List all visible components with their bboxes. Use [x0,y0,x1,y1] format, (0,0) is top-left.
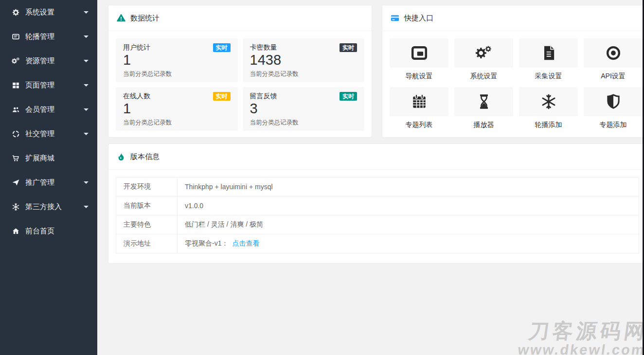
quick-entry-nav-settings[interactable]: 导航设置 [390,38,448,87]
sidebar-item-label: 系统设置 [25,8,54,17]
chevron-down-icon [84,181,89,184]
sidebar-item-frontend[interactable]: 前台首页 [0,219,97,243]
sidebar-item-label: 资源管理 [25,56,54,66]
home-icon [12,227,20,235]
chevron-down-icon [84,60,89,62]
stats-card-header: 数据统计 [108,5,372,31]
window-icon [411,45,428,61]
hourglass-icon [476,93,492,110]
chevron-down-icon [84,206,89,208]
sidebar-item-promotion[interactable]: 推广管理 [0,170,97,195]
sidebar-item-resource[interactable]: 资源管理 [0,49,97,73]
calendar-icon [411,93,428,110]
dot-circle-icon [605,45,622,61]
card-title: 快捷入口 [404,14,433,23]
quick-entry-system-settings[interactable]: 系统设置 [454,38,513,87]
warning-triangle-icon [117,14,125,22]
sidebar-item-label: 社交管理 [25,129,54,139]
stat-box-online: 在线人数 实时 1 当前分类总记录数 [116,87,238,131]
quick-entry-carousel-add[interactable]: 轮播添加 [519,87,578,136]
chevron-down-icon [84,108,89,111]
snowflake-icon [12,203,20,211]
card-title: 数据统计 [130,14,160,23]
status-badge: 实时 [213,92,231,101]
sidebar-item-mall[interactable]: 扩展商城 [0,146,97,170]
chevron-down-icon [84,84,89,87]
version-table: 开发环境 Thinkphp + layuimini + mysql 当前版本 v… [116,177,639,253]
table-row: 主要特色 低门栏 / 灵活 / 清爽 / 极简 [116,215,639,234]
sidebar-item-page[interactable]: 页面管理 [0,73,97,97]
stat-value: 1 [123,101,231,117]
watermark-line2: www.dkewl.com [517,343,644,355]
chevron-down-icon [84,36,89,38]
gears-icon [476,45,492,61]
stat-box-feedback: 留言反馈 实时 3 当前分类总记录数 [243,87,365,131]
gears-icon [12,57,20,65]
sidebar-item-label: 第三方接入 [25,202,62,212]
quick-entry-collect-settings[interactable]: 采集设置 [519,38,578,87]
gear-icon [12,8,20,17]
watermark: 刀客源码网 www.dkewl.com [517,321,644,355]
credit-card-icon [391,14,399,22]
fire-icon [117,152,125,161]
sidebar-item-label: 扩展商城 [25,154,54,163]
stats-card: 数据统计 用户统计 实时 1 当前分类总记录数 卡密数量 实时 1438 [108,5,372,138]
snowflake-icon [540,93,557,110]
table-row: 当前版本 v1.0.0 [116,196,639,215]
stat-box-cards: 卡密数量 实时 1438 当前分类总记录数 [243,38,365,82]
sidebar-item-label: 页面管理 [25,81,54,90]
demo-site-name: 零视聚合-v1： [185,239,228,247]
file-icon [540,45,557,61]
chevron-down-icon [84,133,89,135]
card-title: 版本信息 [130,152,160,161]
watermark-line1: 刀客源码网 [519,321,644,341]
quick-entry-player[interactable]: 播放器 [454,87,513,136]
sidebar-item-label: 推广管理 [25,178,54,187]
stat-value: 3 [250,101,358,117]
quick-entry-card: 快捷入口 导航设置 系统设置 采集设置 API设置 [382,5,644,138]
demo-link[interactable]: 点击查看 [232,239,259,247]
chevron-down-icon [84,11,89,14]
quick-entry-card-header: 快捷入口 [382,5,644,31]
cart-icon [12,154,20,162]
shield-icon [605,93,622,110]
version-card: 版本信息 开发环境 Thinkphp + layuimini + mysql 当… [108,143,644,264]
stat-box-users: 用户统计 实时 1 当前分类总记录数 [116,38,238,82]
table-row: 开发环境 Thinkphp + layuimini + mysql [116,178,639,196]
quick-entry-api-settings[interactable]: API设置 [584,38,643,87]
sidebar-item-system[interactable]: 系统设置 [0,0,97,24]
status-badge: 实时 [340,43,357,52]
grid-icon [12,81,20,89]
sidebar: 系统设置 轮播管理 资源管理 页面管理 会员管理 社交管理 扩展商城 推广管理 … [0,0,97,355]
recycle-icon [12,130,20,138]
sidebar-item-thirdparty[interactable]: 第三方接入 [0,195,97,219]
stat-sublabel: 当前分类总记录数 [123,70,231,78]
status-badge: 实时 [340,92,357,101]
paper-plane-icon [12,178,20,187]
stat-value: 1 [123,52,231,68]
quick-entry-topic-list[interactable]: 专题列表 [390,87,448,136]
status-badge: 实时 [213,43,231,52]
users-icon [12,106,20,114]
stat-value: 1438 [250,52,358,68]
sidebar-item-member[interactable]: 会员管理 [0,97,97,122]
sidebar-item-label: 会员管理 [25,105,54,114]
sidebar-item-label: 轮播管理 [25,32,54,41]
stat-sublabel: 当前分类总记录数 [123,119,231,127]
stat-sublabel: 当前分类总记录数 [250,70,358,78]
version-card-header: 版本信息 [108,144,644,170]
stat-sublabel: 当前分类总记录数 [250,119,358,127]
sidebar-item-label: 前台首页 [25,227,54,236]
sidebar-item-social[interactable]: 社交管理 [0,122,97,146]
main-content: 数据统计 用户统计 实时 1 当前分类总记录数 卡密数量 实时 1438 [97,0,644,355]
sidebar-item-carousel[interactable]: 轮播管理 [0,24,97,49]
table-row: 演示地址 零视聚合-v1：点击查看 [116,234,639,253]
quick-entry-topic-add[interactable]: 专题添加 [584,87,643,136]
tv-icon [12,33,20,41]
